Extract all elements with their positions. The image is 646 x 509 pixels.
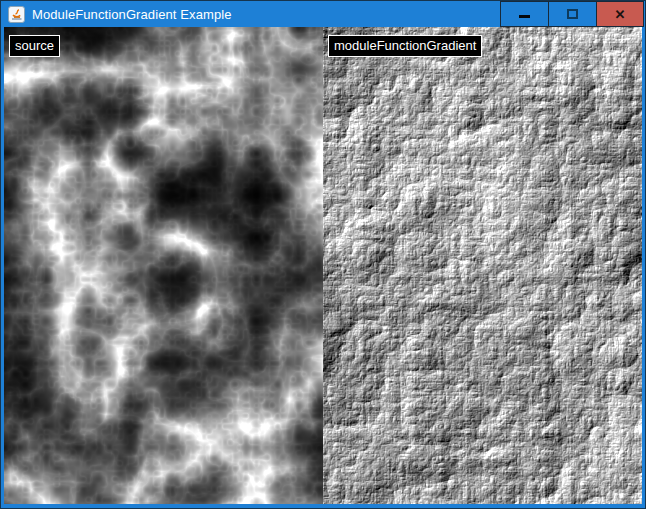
gradient-image-label: moduleFunctionGradient	[328, 35, 482, 57]
window-title: ModuleFunctionGradient Example	[32, 7, 232, 22]
source-image-panel: source	[4, 27, 323, 504]
source-image-canvas	[4, 27, 323, 504]
content-area: source moduleFunctionGradient	[4, 27, 642, 504]
maximize-button[interactable]	[548, 1, 596, 27]
gradient-image-canvas	[323, 27, 642, 504]
window-controls: ✕	[500, 1, 644, 27]
app-window: ModuleFunctionGradient Example ✕ source …	[0, 0, 646, 509]
source-image-label: source	[9, 35, 60, 57]
maximize-icon	[567, 9, 578, 19]
gradient-image-panel: moduleFunctionGradient	[323, 27, 642, 504]
close-icon: ✕	[615, 8, 626, 21]
close-button[interactable]: ✕	[596, 1, 644, 27]
titlebar[interactable]: ModuleFunctionGradient Example ✕	[1, 1, 645, 27]
minimize-button[interactable]	[500, 1, 548, 27]
minimize-icon	[519, 15, 530, 18]
java-cup-icon[interactable]	[8, 6, 25, 23]
